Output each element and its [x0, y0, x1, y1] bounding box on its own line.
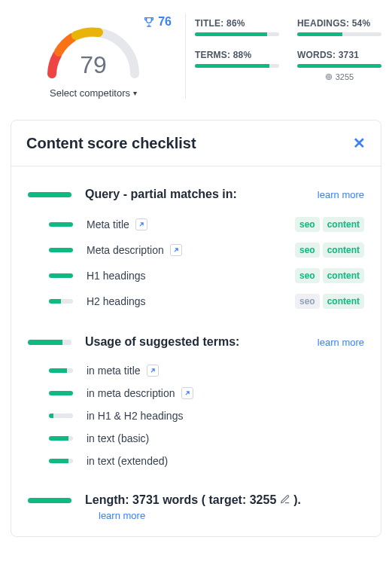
top-panel: 76 79 Select competitors ▾ TITLE: 86% HE…: [0, 0, 392, 112]
tag-seo: seo: [295, 243, 320, 258]
checklist-row: H2 headingsseocontent: [28, 288, 364, 314]
vertical-divider: [185, 14, 186, 99]
external-link-icon[interactable]: [181, 387, 193, 399]
edit-icon[interactable]: [280, 494, 290, 505]
metrics-grid: TITLE: 86% HEADINGS: 54% TERMS: 88% WORD…: [195, 14, 381, 99]
row-bar: [49, 459, 73, 463]
row-bar-fill: [49, 436, 68, 441]
row-label: in meta description: [87, 387, 364, 399]
row-label-text: in meta description: [87, 387, 175, 399]
row-tags: seocontent: [295, 294, 364, 309]
words-target: 3255: [297, 72, 381, 81]
select-competitors[interactable]: Select competitors ▾: [50, 87, 137, 99]
section-length-fill: [28, 498, 71, 503]
tag-content: content: [323, 243, 364, 258]
checklist-row: in text (basic): [28, 427, 364, 450]
section-query-head: Query - partial matches in: learn more: [28, 188, 364, 201]
row-label: in text (basic): [87, 432, 364, 444]
section-terms-head: Usage of suggested terms: learn more: [28, 335, 364, 349]
external-link-icon[interactable]: [170, 244, 182, 256]
section-query: Query - partial matches in: learn more M…: [28, 188, 364, 314]
row-tags: seocontent: [295, 243, 364, 258]
row-label-text: in text (extended): [87, 455, 168, 467]
card-title: Content score checklist: [26, 135, 196, 152]
checklist-row: H1 headingsseocontent: [28, 263, 364, 288]
length-text-a: Length: 3731 words ( target: 3255: [85, 493, 280, 506]
learn-more-query[interactable]: learn more: [318, 189, 364, 200]
metric-title-bar: [195, 32, 279, 36]
checklist-row: Meta descriptionseocontent: [28, 237, 364, 263]
row-bar-fill: [49, 459, 68, 463]
tag-content: content: [323, 294, 364, 309]
checklist-row: in meta title: [28, 359, 364, 382]
checklist-row: in meta description: [28, 382, 364, 404]
metric-headings-label: HEADINGS: 54%: [297, 18, 381, 29]
row-bar-fill: [49, 391, 73, 395]
metric-title: TITLE: 86%: [195, 18, 279, 36]
tag-content: content: [323, 217, 364, 232]
card-header: Content score checklist ✕: [11, 121, 381, 166]
metric-terms: TERMS: 88%: [195, 50, 279, 81]
row-label-text: in H1 & H2 headings: [87, 410, 183, 422]
trophy-value: 76: [158, 15, 172, 29]
close-icon[interactable]: ✕: [353, 134, 366, 152]
metric-title-label: TITLE: 86%: [195, 18, 279, 29]
row-bar: [49, 273, 73, 278]
row-bar-fill: [49, 368, 67, 373]
metric-headings-fill: [297, 32, 342, 36]
row-bar-fill: [49, 273, 73, 278]
row-bar: [49, 299, 73, 304]
words-target-value: 3255: [336, 72, 354, 81]
section-terms: Usage of suggested terms: learn more in …: [28, 335, 364, 472]
terms-rows: in meta titlein meta descriptionin H1 & …: [28, 359, 364, 472]
row-bar-fill: [49, 299, 61, 304]
row-bar-fill: [49, 222, 73, 227]
tag-seo: seo: [295, 268, 320, 283]
gauge-column: 76 79 Select competitors ▾: [11, 14, 176, 99]
row-tags: seocontent: [295, 268, 364, 283]
row-label-text: Meta title: [87, 218, 129, 230]
section-query-title: Query - partial matches in:: [85, 188, 304, 201]
query-rows: Meta titleseocontentMeta descriptionseoc…: [28, 212, 364, 314]
section-length-bar: [28, 498, 71, 503]
metric-words-fill: [297, 64, 381, 68]
section-length: Length: 3731 words ( target: 3255 ). lea…: [28, 493, 364, 521]
section-query-fill: [28, 192, 71, 197]
card-body: Query - partial matches in: learn more M…: [11, 166, 381, 536]
row-bar: [49, 414, 73, 418]
learn-more-terms[interactable]: learn more: [318, 337, 364, 348]
svg-point-2: [328, 77, 329, 78]
section-terms-bar: [28, 340, 71, 345]
row-label: H2 headings: [87, 295, 281, 307]
gauge: 79: [37, 14, 150, 81]
tag-seo: seo: [295, 217, 320, 232]
checklist-row: Meta titleseocontent: [28, 212, 364, 237]
section-terms-title: Usage of suggested terms:: [85, 335, 304, 349]
external-link-icon[interactable]: [135, 218, 147, 230]
section-terms-fill: [28, 340, 62, 345]
row-bar-fill: [49, 248, 73, 252]
metric-terms-bar: [195, 64, 279, 68]
length-text-b: ).: [293, 493, 301, 506]
row-bar: [49, 368, 73, 373]
section-query-bar: [28, 192, 71, 197]
row-label: in meta title: [87, 365, 364, 377]
row-label: in text (extended): [87, 455, 364, 467]
select-competitors-label: Select competitors: [50, 87, 130, 99]
row-bar: [49, 222, 73, 227]
row-label: Meta title: [87, 218, 281, 230]
external-link-icon[interactable]: [147, 365, 159, 377]
metric-terms-label: TERMS: 88%: [195, 50, 279, 60]
learn-more-length[interactable]: learn more: [99, 510, 364, 521]
checklist-row: in text (extended): [28, 450, 364, 472]
row-label-text: in meta title: [87, 365, 141, 377]
row-label-text: Meta description: [87, 244, 164, 256]
metric-headings: HEADINGS: 54%: [297, 18, 381, 36]
metric-terms-fill: [195, 64, 269, 68]
tag-content: content: [323, 268, 364, 283]
row-label-text: H1 headings: [87, 270, 146, 282]
metric-title-fill: [195, 32, 267, 36]
row-label: H1 headings: [87, 270, 281, 282]
row-tags: seocontent: [295, 217, 364, 232]
checklist-card: Content score checklist ✕ Query - partia…: [11, 120, 381, 537]
